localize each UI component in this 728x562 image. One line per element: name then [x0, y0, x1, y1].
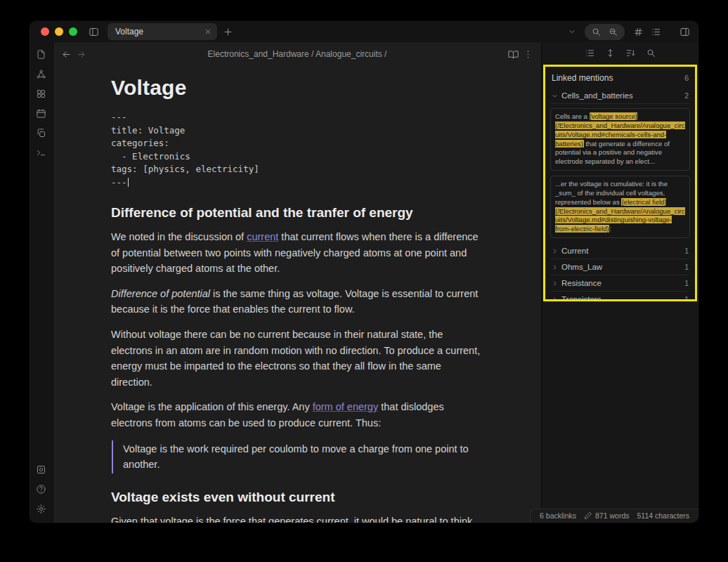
tab-voltage[interactable]: Voltage [108, 23, 217, 40]
zoom-window-button[interactable] [69, 27, 77, 36]
linked-mentions-label: Linked mentions [552, 73, 613, 83]
backlink-group: Resistance1 [550, 275, 690, 292]
reading-view-icon[interactable] [507, 48, 520, 61]
word-count-label: 871 words [595, 511, 629, 520]
backlink-count-status[interactable]: 6 backlinks [540, 511, 576, 520]
backlink-group-ohms_law[interactable]: Ohms_Law1 [550, 259, 690, 275]
traffic-lights [41, 27, 77, 36]
backlink-group-count: 2 [684, 91, 689, 100]
left-ribbon [30, 42, 53, 523]
search-filter-icon[interactable] [644, 46, 658, 60]
search-icon[interactable] [590, 25, 603, 39]
text-run: Given that voltage is the force that gen… [111, 516, 472, 523]
backlinks-toolbar [542, 42, 698, 63]
paragraph: We noted in the discussion of current th… [111, 229, 483, 277]
blockquote-text: Voltage is the work required per coulomb… [123, 441, 483, 473]
backlink-group-count: 1 [684, 279, 689, 287]
settings-icon[interactable] [34, 502, 48, 516]
note-title: Voltage [111, 76, 483, 100]
tags-icon[interactable] [632, 25, 645, 39]
backlink-group: Transistors1 [550, 292, 690, 301]
annotation-highlight-box: Linked mentions 6 Cells_and_batteries2Ce… [543, 65, 697, 301]
back-arrow-icon[interactable] [60, 48, 73, 61]
backlink-group-label: Ohms_Law [561, 263, 681, 271]
canvas-icon[interactable] [34, 87, 48, 100]
close-window-button[interactable] [41, 27, 49, 36]
help-icon[interactable] [34, 483, 48, 496]
text-cursor [128, 178, 129, 187]
change-sort-order-icon[interactable] [604, 46, 617, 60]
character-count-status[interactable]: 5114 characters [637, 511, 689, 520]
main-area: Electronics_and_Hardware / Analogue_circ… [30, 42, 698, 523]
paragraph: Voltage is the application of this energ… [111, 399, 483, 431]
command-palette-icon[interactable] [34, 146, 48, 159]
view-header: Electronics_and_Hardware / Analogue_circ… [53, 42, 541, 66]
backlink-result[interactable]: ...er the voltage is cumulative: it is t… [550, 176, 690, 238]
backlink-group-current[interactable]: Current1 [550, 243, 690, 259]
frontmatter-line: tags: [physics, electricity] [111, 163, 483, 176]
frontmatter-line: --- [111, 111, 483, 124]
word-count-status[interactable]: 871 words [584, 511, 629, 520]
backlink-group: Current1 [550, 243, 690, 259]
toolbar-pill [585, 24, 625, 40]
backlink-group-count: 1 [684, 263, 689, 271]
chevron-down-icon [552, 93, 558, 99]
tab-close-icon[interactable] [202, 26, 214, 37]
backlink-group-cells_and_batteries[interactable]: Cells_and_batteries2 [550, 88, 690, 104]
show-more-context-icon[interactable] [624, 46, 637, 60]
editor-content[interactable]: Voltage ---title: Voltagecategories: - E… [53, 66, 541, 523]
right-sidebar-toggle-icon[interactable] [678, 25, 691, 39]
backlink-group-label: Transistors [561, 295, 681, 301]
linked-mentions-header[interactable]: Linked mentions 6 [550, 71, 690, 88]
chevron-right-icon [552, 264, 558, 270]
collapse-results-icon[interactable] [583, 46, 597, 60]
result-text: Cells are a [555, 112, 590, 120]
chevron-right-icon [552, 280, 558, 287]
internal-link[interactable]: form of energy [313, 401, 379, 412]
daily-notes-icon[interactable] [34, 107, 48, 120]
tab-title: Voltage [115, 27, 202, 37]
frontmatter[interactable]: ---title: Voltagecategories: - Electroni… [111, 111, 483, 189]
titlebar: Voltage [30, 21, 698, 42]
editor-pane: Electronics_and_Hardware / Analogue_circ… [53, 42, 541, 523]
blockquote: Voltage is the work required per coulomb… [112, 440, 483, 473]
chevron-right-icon [552, 296, 558, 301]
status-bar: 6 backlinks 871 words 5114 characters [530, 509, 698, 523]
backlink-group-count: 1 [684, 295, 689, 301]
internal-link[interactable]: current [247, 231, 278, 242]
backlink-result[interactable]: Cells are a [voltage source](/Electronic… [550, 108, 690, 171]
result-text: : [609, 225, 611, 233]
backlink-group: Ohms_Law1 [550, 259, 690, 275]
text-run: Voltage is the application of this energ… [111, 401, 313, 412]
note-body: Difference of potential and the tranfer … [111, 205, 483, 523]
vault-switcher-icon[interactable] [34, 463, 48, 476]
frontmatter-line: --- [111, 176, 483, 190]
frontmatter-line: title: Voltage [111, 124, 483, 138]
backlink-group-resistance[interactable]: Resistance1 [550, 275, 690, 292]
backlink-group-label: Resistance [561, 279, 681, 287]
backlink-group-count: 1 [684, 247, 689, 255]
templates-icon[interactable] [34, 126, 48, 140]
graph-view-icon[interactable] [34, 67, 48, 81]
desktop-background: Voltage [0, 0, 728, 562]
section-heading: Difference of potential and the tranfer … [111, 205, 483, 221]
tab-list-chevron-icon[interactable] [566, 26, 578, 37]
left-sidebar-toggle-icon[interactable] [87, 25, 100, 39]
outline-list-icon[interactable] [649, 25, 663, 39]
breadcrumb[interactable]: Electronics_and_Hardware / Analogue_circ… [89, 49, 505, 59]
backlink-group-transistors[interactable]: Transistors1 [550, 292, 690, 301]
backlink-groups: Cells_and_batteries2Cells are a [voltage… [550, 88, 690, 301]
frontmatter-line: categories: [111, 137, 483, 150]
chevron-right-icon [552, 248, 558, 254]
pencil-icon [584, 511, 592, 520]
new-tab-icon[interactable] [221, 25, 235, 39]
right-sidebar: Linked mentions 6 Cells_and_batteries2Ce… [541, 42, 698, 523]
more-options-icon[interactable] [521, 48, 535, 61]
backlink-group: Cells_and_batteries2Cells are a [voltage… [550, 88, 690, 238]
paragraph: Given that voltage is the force that gen… [111, 514, 483, 523]
search-replace-icon[interactable] [606, 25, 620, 39]
files-icon[interactable] [34, 48, 48, 61]
paragraph: Difference of potential is the same thin… [111, 286, 483, 318]
minimize-window-button[interactable] [55, 27, 63, 36]
forward-arrow-icon[interactable] [74, 48, 88, 61]
